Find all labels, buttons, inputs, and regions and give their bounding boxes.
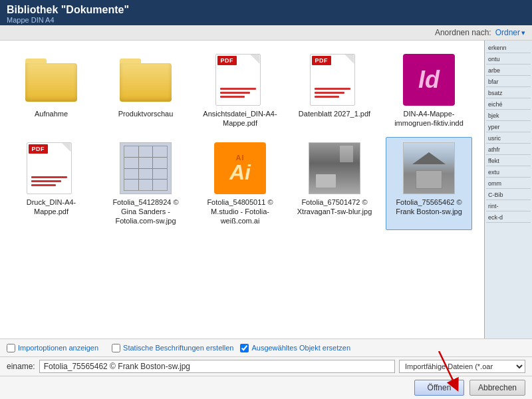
right-label: athfr [486,145,531,155]
file-icon-din-a4-mappe: Id [402,53,456,106]
right-label: ffekt [486,156,531,166]
folder-icon [25,59,77,102]
filename-input[interactable] [39,360,395,373]
right-label: yper [486,122,531,132]
bottom-options: Importoptionen anzeigen Statische Beschr… [0,338,532,356]
file-item-fotolia-54128924[interactable]: Fotolia_54128924 © Gina Sanders - Fotoli… [102,137,189,231]
sort-bar: Anordnen nach: Ordner ▾ [0,25,532,41]
file-name-din-a4-mappe: DIN-A4-Mappe-immogruen-fiktiv.indd [389,109,469,128]
file-icon-produktvorschau [119,53,172,106]
file-item-din-a4-mappe[interactable]: Id DIN-A4-Mappe-immogruen-fiktiv.indd [386,49,472,133]
file-icon-druck-din: PDF [25,142,78,195]
title-bar: Bibliothek "Dokumente" Mappe DIN A4 [0,0,532,25]
file-name-aufnahme: Aufnahme [35,109,68,118]
file-name-fotolia-67501472: Fotolia_67501472 © XtravaganT-sw-blur.jp… [295,198,374,217]
file-icon-fotolia-54128924 [119,142,172,195]
right-label: eiché [486,100,531,110]
file-item-druck-din[interactable]: PDF Druck_DIN-A4-Mappe.pdf [8,137,94,231]
main-area: Aufnahme Produktvorschau PDF [0,41,532,338]
right-label: erkenn [486,43,531,53]
house-photo [403,142,455,194]
statische-option[interactable]: Statische Beschriftungen erstellen [112,343,233,352]
importoptionen-label: Importoptionen anzeigen [18,343,98,352]
file-icon-fotolia-67501472 [308,142,361,195]
file-item-datenblatt[interactable]: PDF Datenblatt 2027_1.pdf [291,49,378,133]
right-label: rint- [486,201,531,211]
file-name-fotolia-54128924: Fotolia_54128924 © Gina Sanders - Fotoli… [106,198,186,226]
file-grid: Aufnahme Produktvorschau PDF [5,46,479,233]
right-label: bfar [486,77,531,87]
dialog-subtitle: Mappe DIN A4 [7,16,525,24]
file-name-datenblatt: Datenblatt 2027_1.pdf [299,109,370,118]
file-name-fotolia-54805011: Fotolia_54805011 © M.studio - Fotolia-we… [200,198,280,226]
file-name-produktvorschau: Produktvorschau [118,109,174,118]
file-name-fotolia-75565462: Fotolia_75565462 © Frank Boston-sw.jpg [389,198,469,217]
interior-photo [309,142,360,194]
folder-icon [120,59,172,102]
right-sidebar: erkennontuarbebfarbsatzeichébjekyperusri… [484,41,532,338]
pdf-icon: PDF [215,54,265,106]
file-item-fotolia-54805011[interactable]: AI Ai Fotolia_54805011 © M.studio - Foto… [197,137,283,231]
sort-dropdown[interactable]: Ordner [495,28,520,37]
file-grid-wrapper[interactable]: Aufnahme Produktvorschau PDF [0,41,484,338]
pdf-icon: PDF [27,142,76,194]
importoptionen-checkbox[interactable] [7,344,15,352]
blueprint-photo [120,142,172,194]
right-label: eck-d [486,213,531,223]
right-label: C-Bib [486,190,531,200]
right-label: extu [486,168,531,178]
sort-dropdown-arrow[interactable]: ▾ [521,29,525,37]
dialog-title: Bibliothek "Dokumente" [7,4,525,16]
ausgewaehltes-checkbox[interactable] [240,344,249,352]
file-item-fotolia-67501472[interactable]: Fotolia_67501472 © XtravaganT-sw-blur.jp… [291,137,378,231]
statische-label: Statische Beschriftungen erstellen [123,343,233,352]
indd-icon: Id [403,54,455,106]
file-item-ansichtsdatei[interactable]: PDF Ansichtsdatei_DIN-A4-Mappe.pdf [197,49,283,133]
file-item-aufnahme[interactable]: Aufnahme [8,49,94,133]
ai-icon: AI Ai [214,142,266,194]
right-label: arbe [486,66,531,76]
right-label: bsatz [486,88,531,98]
ausgewaehltes-label: Ausgewähltes Objekt ersetzen [251,343,350,352]
open-button[interactable]: Öffnen [414,380,464,396]
file-item-fotolia-75565462[interactable]: Fotolia_75565462 © Frank Boston-sw.jpg [386,137,472,231]
file-icon-fotolia-54805011: AI Ai [213,142,267,195]
statische-checkbox[interactable] [112,344,120,352]
pdf-icon: PDF [310,54,360,106]
ausgewaehltes-option[interactable]: Ausgewähltes Objekt ersetzen [240,343,350,352]
filename-bar: einame: Importfähige Dateien (*.oar [0,356,532,376]
file-icon-datenblatt: PDF [308,53,361,106]
right-label: usric [486,134,531,144]
file-icon-ansichtsdatei: PDF [213,53,267,106]
right-label: bjek [486,111,531,121]
file-name-druck-din: Druck_DIN-A4-Mappe.pdf [11,198,91,217]
file-icon-fotolia-75565462 [402,142,456,195]
file-name-ansichtsdatei: Ansichtsdatei_DIN-A4-Mappe.pdf [200,109,280,128]
right-label: ontu [486,55,531,65]
right-label: omm [486,179,531,189]
button-bar: Öffnen Abbrechen [0,376,532,399]
importoptionen-option[interactable]: Importoptionen anzeigen [7,343,98,352]
filetype-select[interactable]: Importfähige Dateien (*.oar [399,360,525,373]
file-item-produktvorschau[interactable]: Produktvorschau [102,49,189,133]
file-icon-aufnahme [25,53,78,106]
filename-label-text: einame: [7,362,35,371]
cancel-button[interactable]: Abbrechen [469,380,525,396]
sort-label: Anordnen nach: [435,28,491,37]
